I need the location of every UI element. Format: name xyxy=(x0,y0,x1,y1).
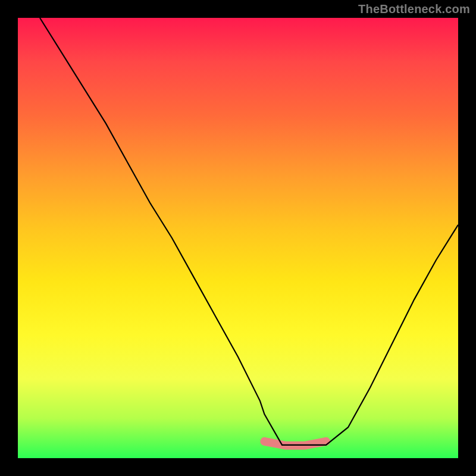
chart-stage: TheBottleneck.com xyxy=(0,0,476,476)
watermark-text: TheBottleneck.com xyxy=(358,2,470,16)
plot-area xyxy=(18,18,458,458)
curve-layer xyxy=(18,18,458,458)
bottleneck-curve xyxy=(40,18,458,445)
